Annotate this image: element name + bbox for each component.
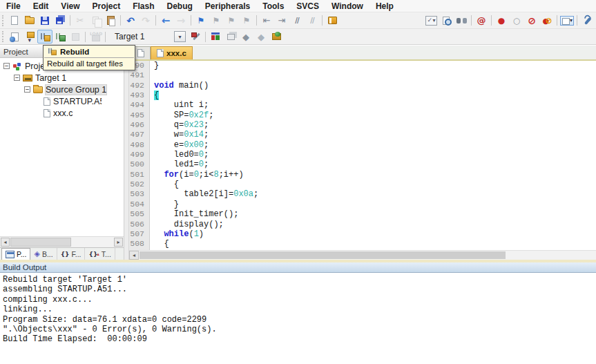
bookmark-prev-button[interactable] [209, 14, 224, 28]
options-for-target-button[interactable] [188, 30, 203, 44]
panel-tab-f[interactable]: F... [57, 248, 86, 260]
console-line: compiling xxx.c... [3, 295, 593, 305]
save-button[interactable] [37, 14, 52, 28]
editor-hscroll-thumb[interactable] [140, 251, 506, 259]
flash-diamond-outline-button[interactable] [253, 30, 269, 44]
undo-button[interactable] [123, 14, 138, 28]
tree-expander-icon[interactable]: − [24, 86, 30, 93]
panel-tab-label: F... [71, 250, 81, 258]
search-history-dropdown [425, 16, 437, 26]
build-button[interactable] [22, 30, 37, 44]
comment-button[interactable] [289, 14, 305, 28]
debug-windows-dropdown-button[interactable] [559, 14, 575, 28]
menu-svcs[interactable]: SVCS [290, 0, 325, 12]
find-in-files-button[interactable] [439, 14, 454, 28]
uncomment-button[interactable] [305, 14, 320, 28]
incremental-find-button[interactable] [454, 14, 469, 28]
project-panel-tabs: P...B...F...T... [0, 247, 124, 260]
scroll-left-icon[interactable]: ◂ [1, 238, 10, 247]
tree-expander-icon[interactable]: − [14, 75, 20, 81]
insert-breakpoint-button[interactable] [494, 14, 509, 28]
panel-tab-b[interactable]: B... [30, 248, 57, 260]
file-extensions-button[interactable] [223, 30, 238, 44]
menu-debug[interactable]: Debug [161, 0, 199, 12]
indent-button[interactable] [274, 14, 289, 28]
menu-tools[interactable]: Tools [256, 0, 290, 12]
cut-button[interactable] [73, 14, 88, 28]
new-file-button[interactable] [7, 14, 22, 28]
options-for-target-icon [191, 32, 201, 41]
menu-window[interactable]: Window [325, 0, 369, 12]
menu-edit[interactable]: Edit [27, 0, 55, 12]
save-all-button[interactable] [52, 14, 68, 28]
project-hscroll-thumb[interactable] [10, 238, 71, 247]
tree-item-xxx-c[interactable]: xxx.c [0, 107, 124, 119]
code-line: 492void main() [129, 81, 596, 90]
tree-item-source-group-1[interactable]: −Source Group 1 [0, 84, 124, 95]
stop-build-icon [72, 33, 79, 41]
code-text: Init_timer(); [150, 209, 238, 219]
code-editor[interactable]: 490}491492void main()493{494 uint i;495 … [129, 61, 596, 250]
project-tree[interactable]: −Proje−Target 1−Source Group 1STARTUP.A5… [0, 58, 124, 236]
panel-splitter[interactable] [124, 46, 129, 260]
line-number: 503 [129, 189, 150, 199]
code-text: } [150, 200, 179, 209]
menu-flash[interactable]: Flash [126, 0, 160, 12]
menu-view[interactable]: View [55, 0, 86, 12]
bookmark-toggle-button[interactable] [193, 14, 209, 28]
panel-tab-t[interactable]: T... [85, 248, 115, 260]
bookmark-clear-button[interactable] [239, 14, 254, 28]
nav-back-button[interactable] [158, 14, 173, 28]
line-number: 491 [129, 70, 150, 80]
configure-dialog-button[interactable] [325, 14, 340, 28]
nav-forward-button[interactable] [173, 14, 189, 28]
scroll-right-icon[interactable]: ▸ [114, 238, 123, 247]
manage-components-button[interactable] [208, 30, 223, 44]
code-line: 501 for(i=0;i<8;i++) [129, 170, 596, 180]
flash-diamond-outline-icon [258, 32, 265, 42]
copy-button[interactable] [88, 14, 103, 28]
code-text: SP=0x2f; [150, 111, 213, 120]
menu-peripherals[interactable]: Peripherals [199, 0, 256, 12]
editor-hscrollbar[interactable]: ◂ [129, 250, 596, 260]
editor-tab-xxx.c[interactable]: xxx.c [151, 46, 193, 59]
project-panel: Project −Proje−Target 1−Source Group 1ST… [0, 46, 124, 260]
stop-build-button[interactable] [68, 30, 83, 44]
toolbar-separator [85, 32, 86, 42]
build-output-console[interactable]: Rebuild target 'Target 1'assembling STAR… [0, 273, 596, 347]
toolbar-grip[interactable] [2, 31, 5, 42]
menu-file[interactable]: File [0, 0, 27, 12]
target-select-combo[interactable]: Target 1 ▾ [108, 30, 188, 44]
download-button[interactable] [88, 30, 103, 44]
toolbar-grip[interactable] [2, 15, 5, 26]
scroll-left-icon[interactable]: ◂ [129, 251, 139, 260]
code-line: 494 uint i; [129, 100, 596, 110]
line-number: 505 [129, 209, 150, 219]
tree-item-target-1[interactable]: −Target 1 [0, 72, 124, 84]
unindent-button[interactable] [259, 14, 274, 28]
search-history-dropdown-button[interactable] [423, 14, 439, 28]
menu-project[interactable]: Project [86, 0, 126, 12]
rebuild-button[interactable] [37, 30, 52, 44]
save-icon [41, 17, 49, 25]
menu-help[interactable]: Help [369, 0, 400, 12]
redo-button[interactable] [138, 14, 153, 28]
kill-breakpoints-button[interactable] [524, 14, 539, 28]
enable-breakpoint-button[interactable] [509, 14, 524, 28]
tree-expander-icon[interactable]: − [3, 63, 10, 69]
code-line: 497 w=0x14; [129, 130, 596, 140]
tree-item-startup-a51[interactable]: STARTUP.A51 [0, 95, 124, 107]
find-symbol-button[interactable] [474, 14, 489, 28]
batch-build-button[interactable] [52, 30, 68, 44]
paste-button[interactable] [103, 14, 118, 28]
translate-button[interactable] [7, 30, 22, 44]
flash-diamond-button[interactable] [238, 30, 253, 44]
open-file-button[interactable] [22, 14, 37, 28]
pack-installer-button[interactable] [269, 30, 284, 44]
panel-tab-p[interactable]: P... [1, 248, 30, 260]
configure-wrench-button[interactable] [579, 14, 595, 28]
disable-breakpoints-button[interactable] [539, 14, 555, 28]
project-hscrollbar[interactable]: ◂ ▸ [0, 236, 124, 247]
target-select-dropdown[interactable]: ▾ [174, 31, 186, 42]
bookmark-next-button[interactable] [224, 14, 239, 28]
